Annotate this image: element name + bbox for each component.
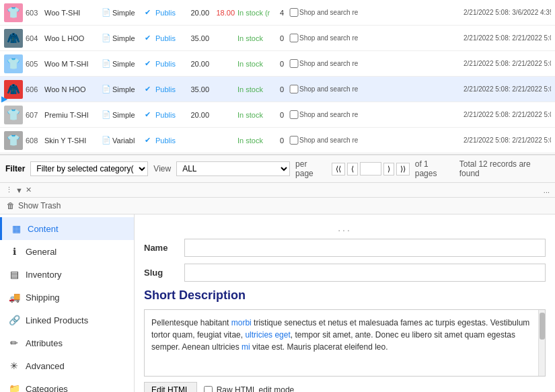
product-price: 20.00 [184, 60, 209, 68]
product-qty: 0 [275, 60, 289, 68]
page-input[interactable]: 1 [360, 162, 381, 175]
sidebar-item-label: Inventory [26, 270, 61, 280]
check-icon: ✔ [145, 59, 155, 68]
product-dates: 2/21/2022 5:08: 2/21/2022 5:08:47 P [464, 85, 551, 93]
product-table: ▶ 👕 603 Woo T-SHI 📄 Simple ✔ Publis 20.0… [0, 0, 555, 155]
sidebar-item-shipping[interactable]: 🚚 Shipping [0, 286, 134, 309]
product-dates: 2/21/2022 5:08: 3/6/2022 4:35:28 PM [464, 9, 551, 16]
product-name: Woo M T-SHI [44, 60, 102, 68]
slug-label: Slug [144, 268, 178, 278]
filter-clear-icon[interactable]: ✕ [26, 186, 32, 194]
sidebar-item-attributes[interactable]: ✏ Attributes [0, 331, 134, 354]
trash-icon: 🗑 [7, 201, 15, 210]
last-page-btn[interactable]: ⟩⟩ [396, 163, 410, 175]
pagination: ⟨⟨ ⟨ 1 ⟩ ⟩⟩ [332, 162, 410, 175]
sidebar: ▦ Content ℹ General ▤ Inventory 🚚 Shippi… [0, 214, 135, 392]
product-checkbox[interactable] [289, 8, 299, 17]
raw-mode-label: Raw HTML edit mode [217, 385, 295, 392]
scrollbar[interactable] [538, 310, 545, 376]
product-checkbox[interactable] [289, 34, 299, 42]
check-icon: ✔ [145, 8, 155, 17]
product-price: 20.00 [184, 9, 209, 17]
first-page-btn[interactable]: ⟨⟨ [332, 163, 345, 175]
sidebar-item-categories[interactable]: 📁 Categories [0, 377, 134, 392]
filter-category-select[interactable]: Filter by selected category(ies) [30, 161, 148, 176]
product-status: Publis [155, 85, 184, 93]
product-visibility: Shop and search re [299, 111, 464, 118]
content-panel: ... Name Woo Ninja Slug woo-ninja-2 Shor… [135, 214, 555, 392]
product-checkbox[interactable] [289, 85, 299, 93]
product-price: 20.00 [184, 111, 209, 119]
product-checkbox[interactable] [289, 136, 299, 145]
sidebar-item-content[interactable]: ▦ Content [0, 217, 134, 240]
name-field-row: Name Woo Ninja [144, 239, 546, 257]
doc-icon: 📄 [102, 110, 112, 119]
next-page-btn[interactable]: ⟩ [383, 163, 394, 175]
product-stock: In stock [235, 34, 275, 42]
link-mi: mi [242, 342, 250, 352]
scrollbar-thumb [540, 313, 545, 340]
edit-html-button[interactable]: Edit HTML [144, 382, 197, 392]
doc-icon: 📄 [102, 136, 112, 145]
product-checkbox[interactable] [289, 110, 299, 119]
check-icon: ✔ [145, 85, 155, 93]
product-name: Skin Y T-SHI [44, 136, 102, 145]
doc-icon: 📄 [102, 8, 112, 17]
product-status: Publis [155, 9, 184, 17]
table-row[interactable]: 👕 605 Woo M T-SHI 📄 Simple ✔ Publis 20.0… [0, 51, 555, 77]
product-thumb: 👕 [4, 131, 23, 150]
table-row[interactable]: 👕 607 Premiu T-SHI 📄 Simple ✔ Publis 20.… [0, 102, 555, 128]
product-id: 606 [26, 85, 44, 93]
product-visibility: Shop and search re [299, 34, 464, 42]
rich-text-editor[interactable]: Pellentesque habitant morbi tristique se… [144, 309, 546, 377]
table-row[interactable]: 👕 608 Skin Y T-SHI 📄 Variabl ✔ Publis In… [0, 128, 555, 153]
product-stock: In stock [235, 60, 275, 68]
raw-mode-row: Raw HTML edit mode [204, 385, 295, 392]
page-total-label: of 1 pages [415, 159, 451, 178]
slug-input[interactable]: woo-ninja-2 [184, 264, 546, 282]
product-qty: 0 [275, 34, 289, 42]
shipping-icon: 🚚 [8, 292, 20, 303]
show-trash-label[interactable]: Show Trash [18, 201, 61, 210]
table-row[interactable]: 🧥 604 Woo L HOO 📄 Simple ✔ Publis 35.00 … [0, 26, 555, 51]
raw-mode-checkbox[interactable] [204, 386, 213, 393]
product-name: Premiu T-SHI [44, 111, 102, 119]
categories-icon: 📁 [8, 383, 20, 392]
sidebar-item-advanced[interactable]: ✳ Advanced [0, 354, 134, 377]
check-icon: ✔ [145, 110, 155, 119]
table-row[interactable]: 🧥 606 Woo N HOO 📄 Simple ✔ Publis 35.00 … [0, 77, 555, 102]
advanced-icon: ✳ [8, 360, 20, 371]
name-input[interactable]: Woo Ninja [184, 239, 546, 257]
sidebar-item-label: Advanced [26, 361, 65, 371]
sidebar-item-label: Categories [26, 384, 68, 393]
product-type: Variabl [112, 136, 145, 145]
check-icon: ✔ [145, 136, 155, 145]
table-row[interactable]: 👕 603 Woo T-SHI 📄 Simple ✔ Publis 20.00 … [0, 0, 555, 26]
product-thumb: 👕 [4, 106, 23, 124]
product-stock: In stock [235, 136, 275, 145]
product-price: 35.00 [184, 34, 209, 42]
view-select[interactable]: ALL 10 25 50 [176, 161, 290, 176]
product-status: Publis [155, 111, 184, 119]
prev-page-btn[interactable]: ⟨ [347, 163, 358, 175]
sidebar-item-general[interactable]: ℹ General [0, 240, 134, 263]
filter-funnel-icon[interactable]: ▼ [15, 186, 23, 194]
more-options-btn[interactable]: ... [544, 186, 550, 194]
product-thumb: 👕 [4, 3, 23, 22]
sidebar-item-label: Shipping [26, 292, 60, 303]
general-icon: ℹ [8, 246, 20, 257]
sidebar-item-linked-products[interactable]: 🔗 Linked Products [0, 309, 134, 331]
product-checkbox[interactable] [289, 59, 299, 68]
sidebar-item-label: Linked Products [26, 315, 88, 325]
slug-field-row: Slug woo-ninja-2 [144, 264, 546, 282]
product-status: Publis [155, 60, 184, 68]
product-status: Publis [155, 34, 184, 42]
product-type: Simple [112, 85, 145, 93]
sidebar-item-label: Attributes [26, 338, 63, 348]
sidebar-item-inventory[interactable]: ▤ Inventory [0, 263, 134, 286]
product-id: 604 [26, 34, 44, 42]
name-label: Name [144, 243, 178, 253]
filter-label: Filter [5, 164, 25, 173]
product-thumb: 🧥 [4, 29, 23, 48]
product-qty: 0 [275, 111, 289, 119]
